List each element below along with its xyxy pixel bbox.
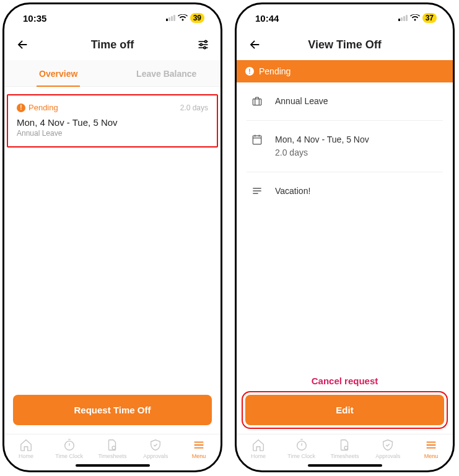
detail-days-text: 2.0 days — [275, 146, 369, 159]
status-text: Pending — [28, 103, 58, 112]
detail-note: Vacation! — [247, 172, 443, 210]
status-bar: 10:44 37 — [237, 4, 453, 32]
document-icon — [105, 438, 119, 452]
banner-text: Pending — [259, 66, 291, 76]
cellular-icon — [166, 15, 175, 21]
menu-icon — [424, 438, 438, 452]
info-icon: ! — [17, 104, 25, 112]
nav-label: Menu — [424, 453, 439, 459]
back-arrow-icon — [248, 38, 261, 51]
nav-home[interactable]: Home — [4, 438, 48, 459]
nav-label: Timesheets — [330, 453, 359, 459]
nav-label: Home — [19, 453, 33, 459]
nav-timesheets[interactable]: Timesheets — [91, 438, 134, 459]
home-indicator — [308, 464, 382, 467]
detail-type: Annual Leave — [247, 82, 443, 121]
content-area: Annual Leave Mon, 4 Nov - Tue, 5 Nov 2.0… — [237, 82, 453, 364]
time-off-card[interactable]: ! Pending 2.0 days Mon, 4 Nov - Tue, 5 N… — [7, 94, 218, 148]
phone-right: 10:44 37 View Time Off ! Pending Annual … — [235, 2, 455, 472]
nav-label: Approvals — [375, 453, 400, 459]
status-indicators: 37 — [398, 13, 437, 23]
back-arrow-icon — [15, 38, 29, 51]
notes-icon — [250, 185, 264, 197]
nav-approvals[interactable]: Approvals — [366, 438, 409, 459]
svg-point-7 — [112, 446, 116, 450]
home-icon — [19, 438, 33, 452]
stopwatch-icon — [295, 438, 308, 452]
svg-rect-12 — [253, 136, 261, 144]
footer: Edit — [237, 395, 453, 434]
svg-point-3 — [204, 40, 206, 42]
nav-home[interactable]: Home — [237, 438, 280, 459]
back-button[interactable] — [248, 38, 265, 51]
date-range: Mon, 4 Nov - Tue, 5 Nov — [17, 117, 208, 128]
page-title: Time off — [91, 38, 134, 51]
back-button[interactable] — [15, 38, 33, 51]
home-indicator — [76, 464, 150, 467]
nav-label: Menu — [192, 453, 206, 459]
nav-time-clock[interactable]: Time Clock — [280, 438, 323, 459]
detail-note-text: Vacation! — [275, 185, 310, 198]
home-icon — [251, 438, 265, 452]
menu-icon — [192, 438, 206, 452]
tab-overview[interactable]: Overview — [4, 60, 113, 86]
sliders-icon — [197, 38, 209, 51]
detail-type-text: Annual Leave — [275, 95, 328, 108]
page-title: View Time Off — [308, 38, 381, 51]
battery-indicator: 37 — [422, 13, 437, 23]
content-area: ! Pending 2.0 days Mon, 4 Nov - Tue, 5 N… — [4, 87, 221, 395]
status-indicators: 39 — [166, 13, 204, 23]
tab-leave-balance[interactable]: Leave Balance — [113, 60, 221, 86]
tabs: Overview Leave Balance — [4, 60, 221, 87]
nav-timesheets[interactable]: Timesheets — [323, 438, 367, 459]
filter-button[interactable] — [192, 38, 209, 51]
status-badge: ! Pending — [17, 103, 58, 112]
wifi-icon — [178, 14, 188, 22]
footer: Request Time Off — [4, 395, 221, 434]
stopwatch-icon — [63, 438, 76, 452]
leave-type: Annual Leave — [17, 129, 208, 138]
status-time: 10:44 — [255, 13, 279, 24]
phone-left: 10:35 39 Time off Overview Leave Balance… — [2, 2, 222, 472]
nav-label: Timesheets — [98, 453, 126, 459]
shield-check-icon — [381, 438, 395, 452]
nav-label: Home — [251, 453, 266, 459]
status-time: 10:35 — [23, 13, 46, 24]
request-time-off-button[interactable]: Request Time Off — [13, 395, 212, 425]
battery-indicator: 39 — [190, 13, 204, 23]
detail-list: Annual Leave Mon, 4 Nov - Tue, 5 Nov 2.0… — [237, 82, 453, 210]
svg-point-4 — [200, 43, 202, 45]
nav-label: Time Clock — [287, 453, 315, 459]
status-banner: ! Pending — [237, 60, 453, 82]
status-bar: 10:35 39 — [4, 4, 221, 32]
nav-label: Time Clock — [55, 453, 83, 459]
edit-button[interactable]: Edit — [245, 395, 444, 425]
document-icon — [338, 438, 351, 452]
nav-time-clock[interactable]: Time Clock — [48, 438, 91, 459]
shield-check-icon — [149, 438, 162, 452]
detail-dates-text: Mon, 4 Nov - Tue, 5 Nov 2.0 days — [275, 133, 369, 159]
cancel-request-button[interactable]: Cancel request — [237, 364, 453, 395]
info-icon: ! — [245, 67, 254, 76]
svg-rect-11 — [253, 99, 261, 105]
suitcase-icon — [250, 95, 264, 107]
days-text: 2.0 days — [180, 104, 208, 112]
page-header: Time off — [4, 32, 221, 60]
svg-point-5 — [204, 46, 206, 48]
nav-menu[interactable]: Menu — [409, 438, 453, 459]
detail-dates: Mon, 4 Nov - Tue, 5 Nov 2.0 days — [247, 121, 443, 172]
page-header: View Time Off — [237, 32, 453, 60]
nav-menu[interactable]: Menu — [177, 438, 221, 459]
nav-label: Approvals — [143, 453, 168, 459]
calendar-icon — [250, 133, 264, 146]
cellular-icon — [398, 15, 408, 21]
svg-point-17 — [344, 446, 348, 450]
wifi-icon — [410, 14, 420, 22]
nav-approvals[interactable]: Approvals — [134, 438, 177, 459]
